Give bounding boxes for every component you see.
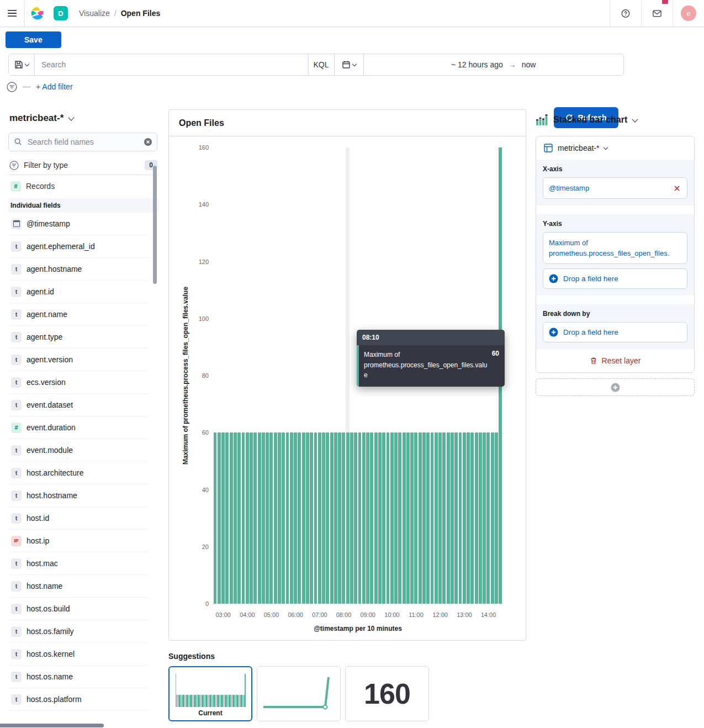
- bar-5[interactable]: [234, 432, 237, 604]
- field-item-ecs.version[interactable]: tecs.version: [8, 371, 148, 394]
- bar-42[interactable]: [382, 432, 385, 604]
- field-item-agent.type[interactable]: tagent.type: [8, 326, 148, 349]
- save-button[interactable]: Save: [6, 31, 61, 48]
- bar-14[interactable]: [269, 432, 273, 604]
- bar-56[interactable]: [438, 432, 442, 604]
- field-item-host.os.platform[interactable]: thost.os.platform: [8, 688, 148, 711]
- bar-54[interactable]: [431, 432, 434, 604]
- bar-35[interactable]: [354, 432, 357, 604]
- help-button[interactable]: [618, 1, 633, 27]
- bar-46[interactable]: [398, 432, 401, 604]
- bar-15[interactable]: [274, 432, 277, 604]
- bar-66[interactable]: [479, 432, 482, 604]
- bar-24[interactable]: [310, 432, 313, 604]
- field-item-host.os.name[interactable]: thost.os.name: [8, 666, 148, 688]
- bar-43[interactable]: [387, 432, 390, 604]
- search-input[interactable]: [35, 54, 308, 75]
- bar-55[interactable]: [435, 432, 438, 604]
- suggestion-current[interactable]: Current: [168, 666, 252, 721]
- y-axis-dimension[interactable]: Maximum of prometheus.process_files_open…: [543, 232, 687, 264]
- bar-2[interactable]: [221, 432, 225, 604]
- bar-25[interactable]: [314, 432, 317, 604]
- bar-37[interactable]: [362, 432, 366, 604]
- breadcrumb-visualize[interactable]: Visualize: [79, 9, 110, 18]
- bar-17[interactable]: [282, 432, 285, 604]
- filter-circle-icon[interactable]: [7, 82, 17, 92]
- bar-39[interactable]: [370, 432, 373, 604]
- field-item-host.os.kernel[interactable]: thost.os.kernel: [8, 643, 148, 666]
- bar-22[interactable]: [302, 432, 305, 604]
- bar-27[interactable]: [322, 432, 325, 604]
- newsfeed-button[interactable]: [649, 1, 665, 27]
- field-item-event.dataset[interactable]: tevent.dataset: [8, 394, 148, 416]
- chart-type-switcher[interactable]: Stacked bar chart: [536, 114, 695, 126]
- bar-28[interactable]: [326, 432, 329, 604]
- bar-20[interactable]: [294, 432, 297, 604]
- field-item-host.architecture[interactable]: thost.architecture: [8, 462, 148, 484]
- horizontal-scrollbar[interactable]: [0, 724, 104, 727]
- bar-10[interactable]: [253, 432, 257, 604]
- bar-45[interactable]: [394, 432, 398, 604]
- bar-60[interactable]: [454, 432, 458, 604]
- bar-58[interactable]: [447, 432, 450, 604]
- field-item-host.ip[interactable]: IPhost.ip: [8, 530, 148, 552]
- field-item-agent.version[interactable]: tagent.version: [8, 349, 148, 371]
- bar-65[interactable]: [475, 432, 478, 604]
- field-item-agent.hostname[interactable]: tagent.hostname: [8, 258, 148, 281]
- remove-dimension-button[interactable]: [673, 184, 681, 193]
- field-item-event.module[interactable]: tevent.module: [8, 439, 148, 462]
- x-axis-dimension[interactable]: @timestamp: [543, 177, 687, 199]
- bar-44[interactable]: [390, 432, 394, 604]
- filter-by-type-button[interactable]: Filter by type 0: [8, 156, 158, 175]
- bar-31[interactable]: [338, 432, 341, 604]
- menu-button[interactable]: [0, 1, 24, 27]
- bar-0[interactable]: [214, 432, 217, 604]
- bar-13[interactable]: [266, 432, 269, 604]
- field-item-host.id[interactable]: thost.id: [8, 507, 148, 530]
- index-pattern-switcher[interactable]: metricbeat-*: [9, 113, 158, 124]
- bar-53[interactable]: [426, 432, 430, 604]
- bar-38[interactable]: [366, 432, 369, 604]
- bar-1[interactable]: [218, 432, 221, 604]
- user-avatar[interactable]: e: [681, 6, 696, 21]
- bar-68[interactable]: [486, 432, 490, 604]
- field-item-agent.id[interactable]: tagent.id: [8, 281, 148, 303]
- bar-12[interactable]: [262, 432, 265, 604]
- time-range-from[interactable]: ~ 12 hours ago: [451, 60, 503, 69]
- sidebar-scrollbar[interactable]: [153, 166, 157, 284]
- field-item-agent.ephemeral_id[interactable]: tagent.ephemeral_id: [8, 235, 148, 258]
- bar-62[interactable]: [463, 432, 466, 604]
- clear-search-button[interactable]: [144, 138, 152, 146]
- bar-4[interactable]: [230, 432, 233, 604]
- bar-48[interactable]: [406, 432, 410, 604]
- space-badge[interactable]: D: [54, 6, 68, 20]
- bar-9[interactable]: [250, 432, 253, 604]
- add-filter-link[interactable]: + Add filter: [36, 82, 73, 91]
- bar-59[interactable]: [451, 432, 454, 604]
- bar-8[interactable]: [246, 432, 249, 604]
- field-search-input[interactable]: [8, 133, 157, 151]
- time-range-to[interactable]: now: [522, 60, 536, 69]
- reset-layer-button[interactable]: Reset layer: [536, 349, 694, 372]
- bar-21[interactable]: [298, 432, 301, 604]
- bar-23[interactable]: [306, 432, 309, 604]
- field-item-@timestamp[interactable]: @timestamp: [8, 213, 148, 235]
- bar-29[interactable]: [330, 432, 334, 604]
- bar-70[interactable]: [495, 432, 498, 604]
- field-item-host.os.build[interactable]: thost.os.build: [8, 598, 148, 620]
- field-item-agent.name[interactable]: tagent.name: [8, 303, 148, 326]
- bar-63[interactable]: [467, 432, 470, 604]
- field-item-event.duration[interactable]: #event.duration: [8, 416, 148, 439]
- bar-64[interactable]: [470, 432, 474, 604]
- break-down-drop-target[interactable]: Drop a field here: [543, 322, 687, 342]
- kql-toggle-button[interactable]: KQL: [308, 54, 335, 75]
- bar-32[interactable]: [342, 432, 345, 604]
- bar-69[interactable]: [491, 432, 494, 604]
- bar-49[interactable]: [410, 432, 414, 604]
- bar-19[interactable]: [290, 432, 293, 604]
- bar-52[interactable]: [422, 432, 426, 604]
- bar-41[interactable]: [378, 432, 382, 604]
- field-item-host.name[interactable]: thost.name: [8, 575, 148, 598]
- bar-11[interactable]: [258, 432, 261, 604]
- suggestion-line-chart[interactable]: [257, 666, 341, 721]
